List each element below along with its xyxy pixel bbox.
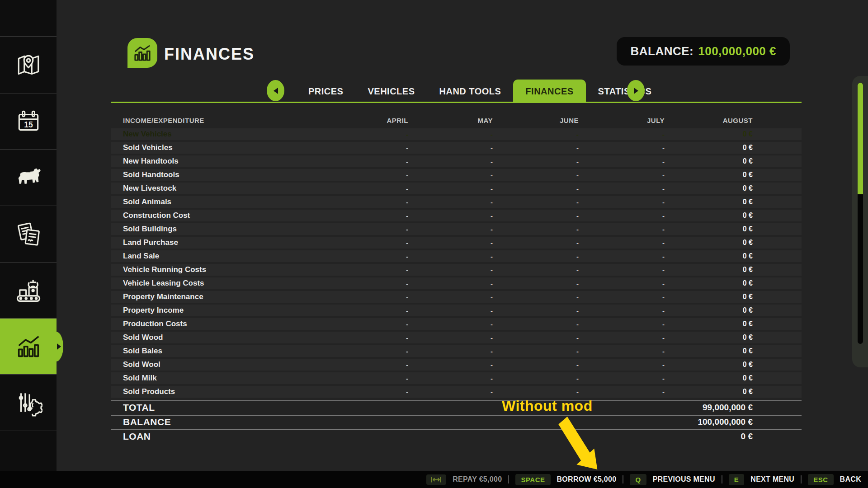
table-row[interactable]: Property Maintenance - - - - 0 € xyxy=(111,291,802,303)
row-value-april: - xyxy=(323,320,408,328)
total-label: TOTAL xyxy=(111,402,155,413)
table-row[interactable]: Sold Handtools - - - - 0 € xyxy=(111,169,802,181)
repay-label: REPAY €5,000 xyxy=(453,475,502,483)
sidebar-item-settings[interactable] xyxy=(0,375,57,431)
row-value-june: - xyxy=(493,375,579,382)
table-rows: New Vehicles - - - - 0 € Sold Vehicles -… xyxy=(111,128,802,399)
summary-row-total: TOTAL 99,000,000 € xyxy=(111,400,802,414)
table-row[interactable]: Land Sale - - - - 0 € xyxy=(111,250,802,262)
keybind-previous-menu[interactable]: Q PREVIOUS MENU xyxy=(630,474,715,485)
table-row[interactable]: Sold Buildings - - - - 0 € xyxy=(111,223,802,235)
settings-icon xyxy=(14,389,42,417)
keybind-borrow[interactable]: SPACE BORROW €5,000 xyxy=(515,474,616,485)
row-value-july: - xyxy=(579,361,665,369)
table-row[interactable]: Property Income - - - - 0 € xyxy=(111,305,802,316)
sidebar-item-production[interactable] xyxy=(0,263,57,319)
column-header-june: JUNE xyxy=(493,117,579,124)
finances-screen: 15 xyxy=(0,0,868,488)
table-row[interactable]: Sold Milk - - - - 0 € xyxy=(111,372,802,384)
sidebar-item-calendar[interactable]: 15 xyxy=(0,94,57,150)
row-value-july: - xyxy=(579,239,665,247)
summary-row-balance: BALANCE 100,000,000 € xyxy=(111,415,802,428)
row-value-april: - xyxy=(323,131,408,138)
loan-value: 0 € xyxy=(741,432,802,441)
sidebar-item-map[interactable] xyxy=(0,37,57,94)
balance-row-value: 100,000,000 € xyxy=(698,417,802,427)
tabs-prev-button[interactable] xyxy=(267,80,284,101)
row-value-july: - xyxy=(579,171,665,179)
row-value-may: - xyxy=(408,320,493,328)
row-label: New Livestock xyxy=(111,184,323,193)
table-row[interactable]: Vehicle Leasing Costs - - - - 0 € xyxy=(111,277,802,289)
row-value-july: - xyxy=(579,347,665,355)
sidebar-item-animals[interactable] xyxy=(0,150,57,206)
row-value-august: 0 € xyxy=(665,374,753,382)
finances-icon xyxy=(14,332,43,361)
table-row[interactable]: Production Costs - - - - 0 € xyxy=(111,318,802,330)
row-value-april: - xyxy=(323,239,408,247)
table-row[interactable]: Sold Animals - - - - 0 € xyxy=(111,196,802,208)
table-row[interactable]: Sold Wool - - - - 0 € xyxy=(111,359,802,371)
row-value-april: - xyxy=(323,361,408,369)
table-row[interactable]: Vehicle Running Costs - - - - 0 € xyxy=(111,264,802,276)
row-label: Sold Wood xyxy=(111,333,323,342)
row-value-june: - xyxy=(493,171,579,179)
sidebar-item-finances[interactable] xyxy=(0,319,57,375)
selected-bump xyxy=(49,332,63,361)
calendar-icon: 15 xyxy=(14,108,42,136)
row-value-april: - xyxy=(323,307,408,314)
tab-statistics[interactable]: STATISTICS xyxy=(586,80,664,103)
row-value-july: - xyxy=(579,144,665,152)
row-value-august: 0 € xyxy=(665,225,753,233)
row-value-may: - xyxy=(408,361,493,369)
table-row[interactable]: Land Purchase - - - - 0 € xyxy=(111,237,802,249)
tab-hand-tools[interactable]: HAND TOOLS xyxy=(427,80,514,103)
tab-finances[interactable]: FINANCES xyxy=(513,80,585,103)
row-value-june: - xyxy=(493,266,579,274)
sidebar-item-contracts[interactable] xyxy=(0,206,57,263)
row-value-june: - xyxy=(493,158,579,165)
row-value-august: 0 € xyxy=(665,184,753,192)
row-value-may: - xyxy=(408,388,493,396)
row-value-may: - xyxy=(408,266,493,274)
tab-prices[interactable]: PRICES xyxy=(296,80,355,103)
column-header-july: JULY xyxy=(579,117,665,124)
sidebar-spacer-bottom xyxy=(0,431,57,471)
row-value-april: - xyxy=(323,158,408,165)
scrollbar-thumb[interactable] xyxy=(858,83,863,194)
table-row[interactable]: Sold Vehicles - - - - 0 € xyxy=(111,142,802,154)
separator xyxy=(722,475,722,483)
total-value: 99,000,000 € xyxy=(703,403,802,413)
table-row[interactable]: Sold Products - - - - 0 € xyxy=(111,386,802,398)
separator xyxy=(801,475,802,483)
row-value-april: - xyxy=(323,266,408,274)
page-title: FINANCES xyxy=(164,45,255,64)
row-value-june: - xyxy=(493,185,579,192)
borrow-label: BORROW €5,000 xyxy=(557,475,617,483)
row-label: Property Maintenance xyxy=(111,292,323,301)
row-value-august: 0 € xyxy=(665,347,753,355)
scrollbar[interactable] xyxy=(852,76,868,367)
row-value-may: - xyxy=(408,144,493,152)
row-value-may: - xyxy=(408,280,493,287)
row-value-june: - xyxy=(493,253,579,260)
keybind-repay[interactable]: REPAY €5,000 xyxy=(426,474,502,485)
tabs-next-button[interactable] xyxy=(627,80,645,101)
tab-vehicles[interactable]: VEHICLES xyxy=(355,80,427,103)
table-row[interactable]: New Livestock - - - - 0 € xyxy=(111,183,802,194)
table-row[interactable]: Sold Wood - - - - 0 € xyxy=(111,332,802,343)
table-row[interactable]: New Handtools - - - - 0 € xyxy=(111,155,802,167)
sidebar-spacer-top xyxy=(0,0,57,37)
table-row[interactable]: New Vehicles - - - - 0 € xyxy=(111,128,802,140)
row-value-may: - xyxy=(408,185,493,192)
table-row[interactable]: Construction Cost - - - - 0 € xyxy=(111,210,802,221)
row-value-august: 0 € xyxy=(665,333,753,342)
balance-value: 100,000,000 € xyxy=(698,44,776,58)
keybind-back[interactable]: ESC BACK xyxy=(808,474,861,485)
row-value-june: - xyxy=(493,307,579,314)
keybind-next-menu[interactable]: E NEXT MENU xyxy=(729,474,794,485)
row-value-august: 0 € xyxy=(665,239,753,247)
table-row[interactable]: Sold Bales - - - - 0 € xyxy=(111,345,802,357)
scrollbar-track[interactable] xyxy=(858,83,863,344)
row-value-june: - xyxy=(493,334,579,342)
